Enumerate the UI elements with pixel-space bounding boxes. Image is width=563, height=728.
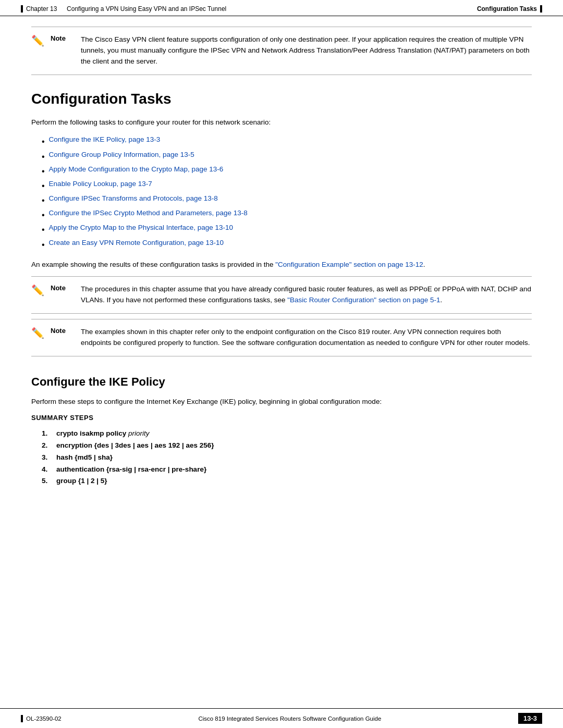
task-list: Configure the IKE Policy, page 13-3 Conf…: [31, 134, 532, 252]
example-link[interactable]: "Configuration Example" section on page …: [275, 261, 423, 268]
step-3-num: 3.: [42, 452, 51, 464]
task-link-4[interactable]: Configure IPSec Transforms and Protocols…: [49, 193, 218, 205]
list-item: Configure Group Policy Information, page…: [42, 149, 532, 164]
note-label-1: Note: [51, 34, 76, 42]
header-left: Chapter 13 Configuring a VPN Using Easy …: [21, 5, 226, 13]
step-4-cmd: authentication {rsa-sig | rsa-encr | pre…: [56, 464, 206, 476]
step-4: 4. authentication {rsa-sig | rsa-encr | …: [42, 464, 532, 476]
section1-intro: Perform the following tasks to configure…: [31, 117, 532, 128]
step-1-num: 1.: [42, 428, 51, 440]
step-2: 2. encryption {des | 3des | aes | aes 19…: [42, 440, 532, 452]
step-3: 3. hash {md5 | sha}: [42, 452, 532, 464]
step-1-cmd: crypto isakmp policy priority: [56, 428, 150, 440]
step-5: 5. group {1 | 2 | 5}: [42, 475, 532, 487]
example-text: An example showing the results of these …: [31, 259, 532, 270]
header-left-bar: [21, 5, 23, 13]
footer-left: OL-23590-02: [21, 715, 62, 722]
list-item: Configure the IKE Policy, page 13-3: [42, 134, 532, 149]
step-3-cmd: hash {md5 | sha}: [56, 452, 113, 464]
footer-doc-id: OL-23590-02: [26, 715, 62, 722]
note-box-3: ✏️ Note The examples shown in this chapt…: [31, 319, 532, 356]
task-link-0[interactable]: Configure the IKE Policy, page 13-3: [49, 134, 161, 146]
task-link-5[interactable]: Configure the IPSec Crypto Method and Pa…: [49, 207, 248, 219]
note-text-2: The procedures in this chapter assume th…: [81, 284, 532, 306]
task-link-6[interactable]: Apply the Crypto Map to the Physical Int…: [49, 222, 233, 234]
step-5-cmd: group {1 | 2 | 5}: [56, 475, 107, 487]
page-footer: OL-23590-02 Cisco 819 Integrated Service…: [0, 708, 563, 728]
summary-steps-label: SUMMARY STEPS: [31, 414, 532, 422]
step-1: 1. crypto isakmp policy priority: [42, 428, 532, 440]
step-2-num: 2.: [42, 440, 51, 452]
list-item: Configure IPSec Transforms and Protocols…: [42, 193, 532, 207]
list-item: Configure the IPSec Crypto Method and Pa…: [42, 207, 532, 222]
note-text-1: The Cisco Easy VPN client feature suppor…: [81, 34, 532, 67]
section1-heading: Configuration Tasks: [31, 91, 532, 107]
task-link-2[interactable]: Apply Mode Configuration to the Crypto M…: [49, 164, 224, 176]
list-item: Apply the Crypto Map to the Physical Int…: [42, 222, 532, 237]
header-right: Configuration Tasks: [477, 5, 542, 13]
note2-link[interactable]: "Basic Router Configuration" section on …: [287, 296, 440, 304]
list-item: Apply Mode Configuration to the Crypto M…: [42, 164, 532, 178]
step-2-cmd: encryption {des | 3des | aes | aes 192 |…: [56, 440, 214, 452]
note-text-3: The examples shown in this chapter refer…: [81, 327, 532, 349]
summary-steps-list: 1. crypto isakmp policy priority 2. encr…: [31, 428, 532, 488]
section2-heading: Configure the IKE Policy: [31, 375, 532, 389]
task-link-3[interactable]: Enable Policy Lookup, page 13-7: [49, 178, 152, 190]
example-text-after: .: [423, 261, 425, 268]
step-5-num: 5.: [42, 475, 51, 487]
header-chapter-desc: Configuring a VPN Using Easy VPN and an …: [67, 5, 226, 13]
header-chapter: Chapter 13: [26, 5, 57, 13]
page-header: Chapter 13 Configuring a VPN Using Easy …: [0, 0, 563, 16]
note-box-1: ✏️ Note The Cisco Easy VPN client featur…: [31, 27, 532, 75]
note-box-2: ✏️ Note The procedures in this chapter a…: [31, 276, 532, 314]
list-item: Create an Easy VPN Remote Configuration,…: [42, 237, 532, 252]
header-right-bar: [540, 5, 542, 13]
main-content: ✏️ Note The Cisco Easy VPN client featur…: [0, 16, 563, 519]
note-label-3: Note: [51, 327, 76, 335]
section2-intro: Perform these steps to configure the Int…: [31, 396, 532, 408]
task-link-1[interactable]: Configure Group Policy Information, page…: [49, 149, 194, 161]
task-link-7[interactable]: Create an Easy VPN Remote Configuration,…: [49, 237, 224, 249]
example-text-before: An example showing the results of these …: [31, 261, 275, 268]
header-right-text: Configuration Tasks: [477, 5, 537, 13]
footer-title: Cisco 819 Integrated Services Routers So…: [198, 715, 381, 722]
footer-center: Cisco 819 Integrated Services Routers So…: [198, 715, 381, 722]
note-pencil-icon-3: ✏️: [31, 328, 44, 338]
step-4-num: 4.: [42, 464, 51, 476]
note-label-2: Note: [51, 284, 76, 292]
footer-left-bar: [21, 715, 23, 722]
note-pencil-icon-1: ✏️: [31, 35, 44, 46]
footer-page-number: 13-3: [518, 713, 542, 724]
list-item: Enable Policy Lookup, page 13-7: [42, 178, 532, 193]
note-pencil-icon-2: ✏️: [31, 285, 44, 295]
